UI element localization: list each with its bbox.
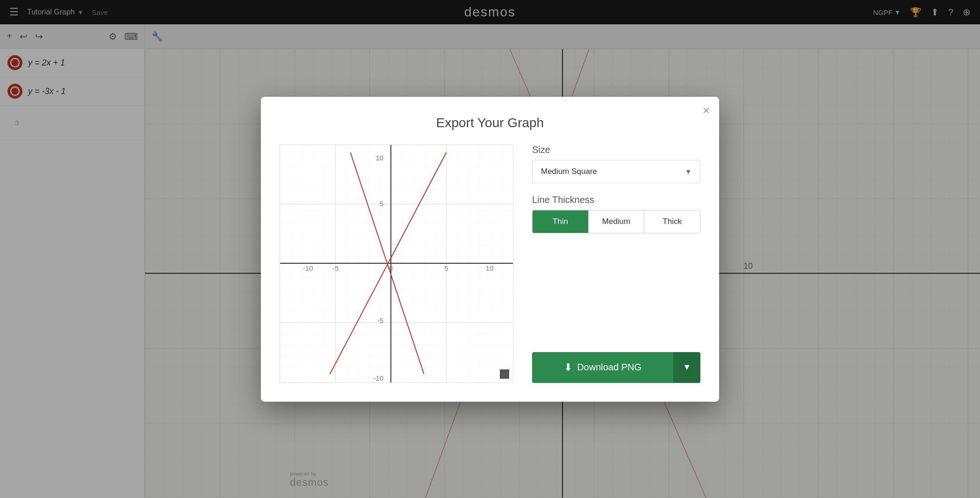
modal-title: Export Your Graph — [280, 115, 700, 130]
download-row: ⬇ Download PNG ▼ — [532, 352, 700, 383]
thickness-button-group: Thin Medium Thick — [532, 210, 700, 233]
size-label: Size — [532, 144, 700, 155]
modal-overlay[interactable]: × Export Your Graph — [0, 0, 980, 498]
svg-text:-5: -5 — [377, 317, 383, 325]
modal-body: -10 -5 0 5 10 10 5 -5 -10 — [280, 144, 700, 383]
size-section: Size Medium Square ▼ — [532, 144, 700, 183]
size-dropdown[interactable]: Medium Square ▼ — [532, 160, 700, 183]
thickness-thin-button[interactable]: Thin — [533, 210, 589, 233]
preview-svg: -10 -5 0 5 10 10 5 -5 -10 — [280, 145, 513, 383]
graph-preview: -10 -5 0 5 10 10 5 -5 -10 — [280, 144, 513, 383]
download-png-button[interactable]: ⬇ Download PNG — [532, 352, 673, 383]
svg-text:5: 5 — [380, 200, 383, 208]
export-modal: × Export Your Graph — [261, 97, 719, 402]
download-options-button[interactable]: ▼ — [673, 352, 700, 383]
svg-text:-5: -5 — [332, 264, 339, 272]
size-selected-text: Medium Square — [541, 167, 597, 176]
download-label: Download PNG — [577, 362, 641, 373]
line-thickness-section: Line Thickness Thin Medium Thick — [532, 195, 700, 233]
svg-text:-10: -10 — [303, 264, 313, 272]
close-button[interactable]: × — [703, 104, 710, 116]
thickness-thick-button[interactable]: Thick — [644, 210, 700, 233]
download-arrow-icon: ▼ — [683, 362, 691, 372]
svg-text:10: 10 — [486, 264, 494, 272]
svg-text:10: 10 — [375, 153, 383, 161]
download-icon: ⬇ — [564, 361, 572, 374]
line-thickness-label: Line Thickness — [532, 195, 700, 205]
preview-corner-square — [500, 369, 509, 379]
thickness-medium-button[interactable]: Medium — [589, 210, 645, 233]
size-dropdown-chevron-icon: ▼ — [685, 168, 692, 175]
spacer — [532, 245, 700, 341]
right-panel: Size Medium Square ▼ Line Thickness Thin… — [532, 144, 700, 383]
svg-text:5: 5 — [444, 264, 448, 272]
svg-text:-10: -10 — [374, 374, 384, 382]
